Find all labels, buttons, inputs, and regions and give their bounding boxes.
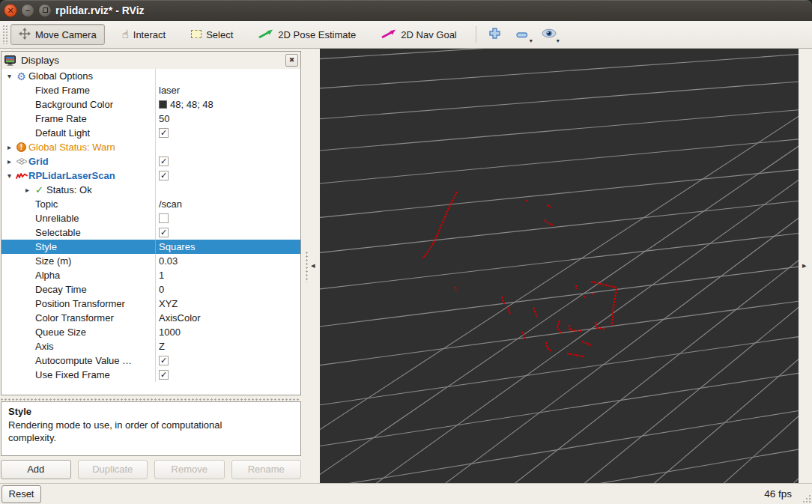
row-label: Topic	[35, 197, 58, 211]
tree-row-position-transformer[interactable]: Position TransformerXYZ	[1, 297, 300, 311]
panel-close-button[interactable]: ✖	[285, 54, 298, 67]
tool-label: Move Camera	[35, 29, 97, 40]
dropdown-arrow-icon: ▾	[557, 38, 560, 44]
tree-row-alpha[interactable]: Alpha1	[1, 268, 300, 282]
row-label: Style	[35, 240, 57, 254]
row-value	[155, 69, 300, 83]
row-value: ✓	[155, 353, 300, 368]
expander-open-icon[interactable]: ▾	[4, 168, 14, 183]
fps-counter: 46 fps	[764, 484, 792, 504]
selection-box-icon	[191, 29, 202, 40]
tree-row-size-m-[interactable]: Size (m)0.03	[1, 254, 300, 268]
help-text: Rendering mode to use, in order of compu…	[8, 419, 267, 444]
tree-row-decay-time[interactable]: Decay Time0	[1, 282, 300, 297]
checkbox-checked[interactable]: ✓	[159, 370, 169, 380]
row-value[interactable]: laser	[155, 83, 300, 97]
row-label: Queue Size	[35, 325, 86, 339]
row-label: Frame Rate	[35, 112, 87, 126]
visibility-button[interactable]: ▾	[538, 24, 560, 45]
resize-grip[interactable]	[809, 501, 811, 503]
color-swatch	[159, 100, 167, 109]
row-value: ✓	[155, 225, 300, 240]
tree-row-unreliable[interactable]: Unreliable	[1, 211, 300, 225]
tree-row-background-color[interactable]: Background Color48; 48; 48	[1, 97, 300, 112]
row-value[interactable]: 0	[155, 282, 300, 297]
checkbox-unchecked[interactable]	[159, 213, 169, 223]
render-viewport[interactable]	[320, 49, 799, 483]
main-content: Displays ✖ ▾⚙Global OptionsFixed Framela…	[0, 49, 812, 483]
toolbar-drag-handle[interactable]	[2, 25, 7, 44]
tree-row-color-transformer[interactable]: Color TransformerAxisColor	[1, 311, 300, 325]
grid-icon	[14, 157, 28, 166]
checkbox-checked[interactable]: ✓	[159, 228, 169, 237]
displays-panel-box: Displays ✖ ▾⚙Global OptionsFixed Framela…	[1, 51, 301, 395]
expander-closed-icon[interactable]: ▸	[4, 140, 14, 154]
tree-row-default-light[interactable]: Default Light✓	[1, 126, 300, 140]
row-label: Size (m)	[35, 254, 71, 268]
splitter-grip[interactable]	[305, 251, 309, 282]
tool-2d-pose-estimate[interactable]: 2D Pose Estimate	[250, 24, 364, 45]
row-value[interactable]: 48; 48; 48	[155, 97, 300, 112]
tree-row-global-options[interactable]: ▾⚙Global Options	[1, 69, 300, 83]
property-help-box: Style Rendering mode to use, in order of…	[1, 401, 301, 456]
tool-select[interactable]: Select	[183, 24, 241, 45]
row-label: Global Options	[28, 69, 93, 83]
tree-row-queue-size[interactable]: Queue Size1000	[1, 325, 300, 339]
row-label: Autocompute Value …	[35, 353, 132, 368]
collapse-right-arrow-icon[interactable]: ▸	[802, 261, 807, 270]
displays-monitor-icon	[4, 55, 16, 66]
window-maximize-button[interactable]	[38, 4, 52, 17]
maximize-icon	[43, 7, 48, 13]
collapse-left-arrow-icon[interactable]: ◂	[311, 261, 315, 270]
tool-move-camera[interactable]: Move Camera	[10, 24, 105, 45]
tree-row-autocompute-value-[interactable]: Autocompute Value …✓	[1, 353, 300, 368]
remove-tool-button[interactable]: ▾	[511, 24, 533, 45]
reset-button[interactable]: Reset	[1, 485, 41, 503]
row-value[interactable]: 1000	[155, 325, 300, 339]
add-tool-button[interactable]	[484, 24, 506, 45]
row-value[interactable]: Squares	[155, 240, 300, 254]
tree-row-fixed-frame[interactable]: Fixed Framelaser	[1, 83, 300, 97]
expander-closed-icon[interactable]: ▸	[4, 154, 14, 168]
row-value[interactable]: 0.03	[155, 254, 300, 268]
tree-row-use-fixed-frame[interactable]: Use Fixed Frame✓	[1, 368, 300, 382]
row-label: Default Light	[35, 126, 90, 140]
row-value[interactable]: /scan	[155, 197, 300, 211]
window-minimize-button[interactable]: −	[21, 4, 34, 17]
expander-closed-icon[interactable]: ▸	[22, 183, 32, 197]
add-button[interactable]: Add	[1, 460, 71, 479]
expander-open-icon[interactable]: ▾	[4, 69, 14, 83]
checkbox-checked[interactable]: ✓	[159, 171, 169, 180]
window-close-button[interactable]: ✕	[4, 4, 17, 17]
tree-row-topic[interactable]: Topic/scan	[1, 197, 300, 211]
row-value[interactable]: 1	[155, 268, 300, 282]
row-value[interactable]: 50	[155, 112, 300, 126]
ok-check-icon: ✓	[32, 183, 46, 197]
close-icon: ✖	[289, 56, 295, 64]
row-label: Fixed Frame	[35, 83, 90, 97]
checkbox-checked[interactable]: ✓	[159, 128, 169, 138]
tree-row-style[interactable]: StyleSquares	[1, 240, 300, 254]
tree-row-selectable[interactable]: Selectable✓	[1, 225, 300, 240]
tree-row-axis[interactable]: AxisZ	[1, 339, 300, 353]
hand-icon: ☝	[122, 28, 129, 41]
tool-interact[interactable]: ☝Interact	[114, 24, 175, 45]
checkbox-checked[interactable]: ✓	[159, 356, 169, 365]
toolbar-tools: Move Camera☝InteractSelect2D Pose Estima…	[10, 24, 465, 45]
tool-2d-nav-goal[interactable]: 2D Nav Goal	[373, 24, 464, 45]
row-value[interactable]: Z	[155, 339, 300, 353]
tree-row-global-status-warn[interactable]: ▸!Global Status: Warn	[1, 140, 300, 154]
row-label: Unreliable	[35, 211, 79, 225]
tree-row-status-ok[interactable]: ▸✓Status: Ok	[1, 183, 300, 197]
row-value[interactable]: AxisColor	[155, 311, 300, 325]
checkbox-checked[interactable]: ✓	[159, 157, 169, 166]
title-bar[interactable]: ✕ − rplidar.rviz* - RViz	[0, 0, 812, 21]
tree-row-rplidarlaserscan[interactable]: ▾RPLidarLaserScan✓	[1, 168, 300, 183]
tree-row-grid[interactable]: ▸Grid✓	[1, 154, 300, 168]
panel-splitter-handle[interactable]	[0, 396, 300, 401]
tree-row-frame-rate[interactable]: Frame Rate50	[1, 112, 300, 126]
left-viewport-splitter[interactable]: ◂	[302, 49, 320, 483]
row-value[interactable]: XYZ	[155, 297, 300, 311]
remove-button: Remove	[154, 460, 225, 479]
row-label: RPLidarLaserScan	[28, 168, 115, 183]
